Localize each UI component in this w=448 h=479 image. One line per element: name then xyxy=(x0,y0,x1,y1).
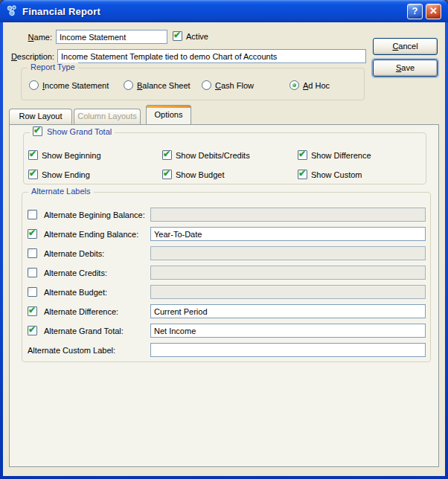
description-label: Description: xyxy=(6,52,54,62)
show-custom-checkbox[interactable] xyxy=(298,170,307,179)
active-checkbox[interactable] xyxy=(173,31,182,41)
window-title: Financial Report xyxy=(22,6,100,17)
alt-ending-balance-label: Alternate Ending Balance: xyxy=(44,230,149,239)
options-tab-panel: Show Grand Total Show Beginning Show Deb… xyxy=(9,124,439,467)
alt-custom-label-label: Alternate Custom Label: xyxy=(28,346,149,355)
radio-income-statement-dot[interactable] xyxy=(29,80,39,90)
alternate-labels-group: Alternate Labels Alternate Begining Bala… xyxy=(22,192,431,362)
show-ending-label: Show Ending xyxy=(42,170,90,179)
alt-credits-label: Alternate Credits: xyxy=(44,269,149,277)
alt-credits-checkbox[interactable] xyxy=(28,268,37,277)
financial-report-window: Financial Report ? ✕ Name: Active Descri… xyxy=(0,0,448,479)
radio-balance-sheet-dot[interactable] xyxy=(124,80,133,90)
alt-debits-label: Alternate Debits: xyxy=(44,249,149,258)
show-ending-checkbox[interactable] xyxy=(28,170,38,179)
alt-begining-balance-checkbox[interactable] xyxy=(28,210,37,219)
alt-difference-label: Alternate Difference: xyxy=(44,307,149,316)
show-difference-checkbox[interactable] xyxy=(298,150,307,160)
alt-difference-input[interactable] xyxy=(150,304,426,318)
show-debits-credits-checkbox[interactable] xyxy=(162,150,172,160)
active-label: Active xyxy=(186,32,208,41)
show-grand-total-checkbox[interactable] xyxy=(33,126,42,136)
tab-row-layout[interactable]: Row Layout xyxy=(9,109,72,124)
name-input[interactable] xyxy=(56,30,167,44)
dialog-body: Name: Active Description: Cancel Save Re… xyxy=(3,22,445,476)
tab-options[interactable]: Options xyxy=(146,105,191,124)
alt-begining-balance-input xyxy=(150,208,426,222)
show-beginning-checkbox[interactable] xyxy=(28,150,38,160)
alt-budget-label: Alternate Budget: xyxy=(44,288,149,297)
radio-cash-flow-label: Cash Flow xyxy=(215,81,254,90)
show-debits-credits-label: Show Debits/Credits xyxy=(176,151,250,160)
radio-income-statement-label: Income Statement xyxy=(42,81,109,90)
cancel-button[interactable]: Cancel xyxy=(373,38,438,55)
radio-income-statement[interactable]: Income Statement xyxy=(29,80,109,90)
radio-balance-sheet-label: Balance Sheet xyxy=(137,81,191,90)
alt-ending-balance-input[interactable] xyxy=(150,227,426,241)
alt-grand-total-label: Alternate Grand Total: xyxy=(44,327,149,335)
close-button[interactable]: ✕ xyxy=(426,4,441,19)
alternate-labels-legend: Alternate Labels xyxy=(28,187,94,196)
app-icon xyxy=(5,4,19,18)
alt-grand-total-input[interactable] xyxy=(150,324,426,338)
alt-custom-label-input[interactable] xyxy=(150,343,426,357)
help-button[interactable]: ? xyxy=(407,4,423,19)
titlebar: Financial Report ? ✕ xyxy=(0,0,448,22)
show-difference-label: Show Difference xyxy=(311,151,371,160)
radio-ad-hoc[interactable]: Ad Hoc xyxy=(289,80,330,90)
show-custom-label: Show Custom xyxy=(311,170,362,179)
alt-difference-checkbox[interactable] xyxy=(28,306,37,316)
radio-cash-flow-dot[interactable] xyxy=(202,80,211,90)
alt-budget-checkbox[interactable] xyxy=(28,287,37,297)
radio-ad-hoc-dot[interactable] xyxy=(289,80,299,90)
grand-total-group: Show Grand Total Show Beginning Show Deb… xyxy=(23,132,426,184)
alt-begining-balance-label: Alternate Begining Balance: xyxy=(44,210,149,219)
report-type-group: Report Type Income Statement Balance She… xyxy=(21,68,365,100)
alt-debits-input xyxy=(150,246,426,260)
name-label: Name: xyxy=(6,33,52,43)
tab-column-layouts[interactable]: Column Layouts xyxy=(74,109,141,124)
show-budget-label: Show Budget xyxy=(176,170,224,179)
description-input[interactable] xyxy=(57,49,366,63)
radio-ad-hoc-label: Ad Hoc xyxy=(303,81,330,90)
alt-budget-input xyxy=(150,285,426,299)
alt-ending-balance-checkbox[interactable] xyxy=(28,229,37,239)
show-budget-checkbox[interactable] xyxy=(162,170,172,179)
show-grand-total-label: Show Grand Total xyxy=(47,127,112,136)
show-beginning-label: Show Beginning xyxy=(42,151,101,160)
alt-grand-total-checkbox[interactable] xyxy=(28,326,37,335)
radio-cash-flow[interactable]: Cash Flow xyxy=(202,80,254,90)
alt-debits-checkbox[interactable] xyxy=(28,248,37,258)
radio-balance-sheet[interactable]: Balance Sheet xyxy=(124,80,191,90)
report-type-legend: Report Type xyxy=(28,62,78,71)
save-button[interactable]: Save xyxy=(373,60,438,77)
alt-credits-input xyxy=(150,266,426,280)
